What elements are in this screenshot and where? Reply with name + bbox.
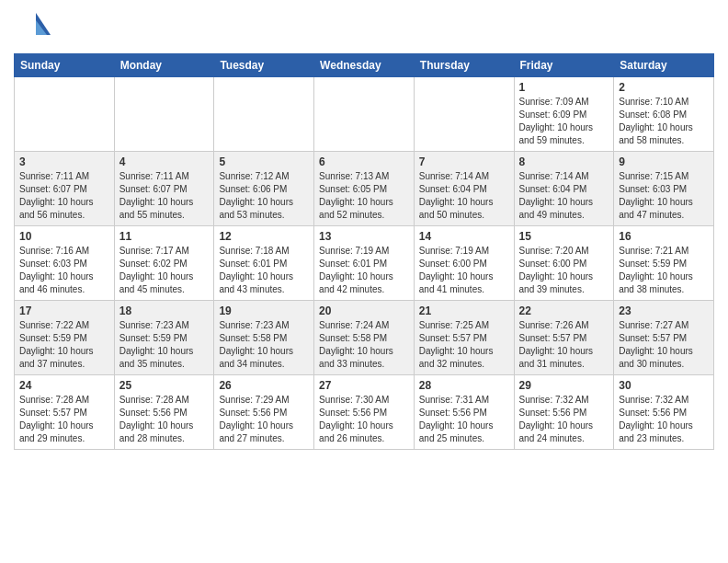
day-number: 22	[519, 304, 609, 317]
calendar-cell: 19Sunrise: 7:23 AM Sunset: 5:58 PM Dayli…	[214, 301, 314, 375]
day-info: Sunrise: 7:32 AM Sunset: 5:56 PM Dayligh…	[519, 394, 609, 445]
calendar-cell: 13Sunrise: 7:19 AM Sunset: 6:01 PM Dayli…	[314, 226, 415, 301]
header	[14, 9, 714, 46]
day-info: Sunrise: 7:28 AM Sunset: 5:56 PM Dayligh…	[119, 394, 210, 445]
calendar-cell: 17Sunrise: 7:22 AM Sunset: 5:59 PM Dayli…	[15, 301, 115, 375]
calendar-cell: 11Sunrise: 7:17 AM Sunset: 6:02 PM Dayli…	[114, 226, 214, 301]
calendar-cell: 27Sunrise: 7:30 AM Sunset: 5:56 PM Dayli…	[314, 375, 415, 450]
day-info: Sunrise: 7:19 AM Sunset: 6:01 PM Dayligh…	[319, 245, 409, 296]
calendar-cell: 6Sunrise: 7:13 AM Sunset: 6:05 PM Daylig…	[314, 152, 415, 226]
days-header-row: SundayMondayTuesdayWednesdayThursdayFrid…	[15, 54, 714, 77]
day-info: Sunrise: 7:18 AM Sunset: 6:01 PM Dayligh…	[219, 245, 309, 296]
day-number: 3	[19, 155, 109, 168]
day-info: Sunrise: 7:13 AM Sunset: 6:05 PM Dayligh…	[319, 170, 409, 222]
calendar-cell: 2Sunrise: 7:10 AM Sunset: 6:08 PM Daylig…	[614, 77, 714, 152]
calendar-cell: 24Sunrise: 7:28 AM Sunset: 5:57 PM Dayli…	[15, 375, 115, 450]
day-info: Sunrise: 7:20 AM Sunset: 6:00 PM Dayligh…	[519, 245, 609, 296]
day-header-tuesday: Tuesday	[214, 54, 314, 77]
day-info: Sunrise: 7:15 AM Sunset: 6:03 PM Dayligh…	[619, 170, 709, 222]
day-info: Sunrise: 7:22 AM Sunset: 5:59 PM Dayligh…	[19, 319, 109, 371]
calendar-cell: 29Sunrise: 7:32 AM Sunset: 5:56 PM Dayli…	[514, 375, 614, 450]
calendar-cell: 15Sunrise: 7:20 AM Sunset: 6:00 PM Dayli…	[514, 226, 614, 301]
logo-icon	[14, 9, 51, 46]
day-number: 13	[319, 230, 409, 243]
calendar-cell: 5Sunrise: 7:12 AM Sunset: 6:06 PM Daylig…	[214, 152, 314, 226]
day-number: 4	[119, 155, 210, 168]
day-info: Sunrise: 7:31 AM Sunset: 5:56 PM Dayligh…	[419, 394, 509, 445]
day-number: 6	[319, 155, 409, 168]
day-number: 24	[19, 379, 109, 392]
day-info: Sunrise: 7:30 AM Sunset: 5:56 PM Dayligh…	[319, 394, 409, 445]
day-number: 25	[119, 379, 210, 392]
day-number: 27	[319, 379, 409, 392]
calendar-cell: 20Sunrise: 7:24 AM Sunset: 5:58 PM Dayli…	[314, 301, 415, 375]
day-number: 26	[219, 379, 309, 392]
day-info: Sunrise: 7:23 AM Sunset: 5:58 PM Dayligh…	[219, 319, 309, 371]
day-number: 5	[219, 155, 309, 168]
calendar-cell: 14Sunrise: 7:19 AM Sunset: 6:00 PM Dayli…	[414, 226, 514, 301]
calendar-cell	[15, 77, 115, 152]
day-info: Sunrise: 7:16 AM Sunset: 6:03 PM Dayligh…	[19, 245, 109, 296]
day-header-sunday: Sunday	[15, 54, 115, 77]
day-info: Sunrise: 7:09 AM Sunset: 6:09 PM Dayligh…	[519, 96, 609, 147]
calendar-cell	[214, 77, 314, 152]
day-info: Sunrise: 7:29 AM Sunset: 5:56 PM Dayligh…	[219, 394, 309, 445]
day-info: Sunrise: 7:17 AM Sunset: 6:02 PM Dayligh…	[119, 245, 210, 296]
day-number: 1	[519, 81, 609, 94]
day-info: Sunrise: 7:12 AM Sunset: 6:06 PM Dayligh…	[219, 170, 309, 222]
day-header-thursday: Thursday	[414, 54, 514, 77]
day-info: Sunrise: 7:14 AM Sunset: 6:04 PM Dayligh…	[519, 170, 609, 222]
day-number: 12	[219, 230, 309, 243]
logo-area	[14, 9, 54, 46]
calendar-cell	[314, 77, 415, 152]
day-number: 7	[419, 155, 509, 168]
day-number: 10	[19, 230, 109, 243]
calendar-cell: 23Sunrise: 7:27 AM Sunset: 5:57 PM Dayli…	[614, 301, 714, 375]
day-number: 28	[419, 379, 509, 392]
calendar-cell: 4Sunrise: 7:11 AM Sunset: 6:07 PM Daylig…	[114, 152, 214, 226]
calendar-week-2: 3Sunrise: 7:11 AM Sunset: 6:07 PM Daylig…	[15, 152, 714, 226]
day-number: 19	[219, 304, 309, 317]
calendar-cell: 30Sunrise: 7:32 AM Sunset: 5:56 PM Dayli…	[614, 375, 714, 450]
day-info: Sunrise: 7:24 AM Sunset: 5:58 PM Dayligh…	[319, 319, 409, 371]
calendar-cell: 7Sunrise: 7:14 AM Sunset: 6:04 PM Daylig…	[414, 152, 514, 226]
svg-rect-3	[14, 9, 34, 44]
day-number: 8	[519, 155, 609, 168]
day-info: Sunrise: 7:23 AM Sunset: 5:59 PM Dayligh…	[119, 319, 210, 371]
calendar-cell: 12Sunrise: 7:18 AM Sunset: 6:01 PM Dayli…	[214, 226, 314, 301]
calendar-week-3: 10Sunrise: 7:16 AM Sunset: 6:03 PM Dayli…	[15, 226, 714, 301]
day-info: Sunrise: 7:21 AM Sunset: 5:59 PM Dayligh…	[619, 245, 709, 296]
day-info: Sunrise: 7:28 AM Sunset: 5:57 PM Dayligh…	[19, 394, 109, 445]
day-number: 17	[19, 304, 109, 317]
day-number: 15	[519, 230, 609, 243]
day-info: Sunrise: 7:11 AM Sunset: 6:07 PM Dayligh…	[19, 170, 109, 222]
day-number: 16	[619, 230, 709, 243]
day-number: 29	[519, 379, 609, 392]
calendar-week-4: 17Sunrise: 7:22 AM Sunset: 5:59 PM Dayli…	[15, 301, 714, 375]
calendar-cell: 16Sunrise: 7:21 AM Sunset: 5:59 PM Dayli…	[614, 226, 714, 301]
day-number: 23	[619, 304, 709, 317]
day-info: Sunrise: 7:19 AM Sunset: 6:00 PM Dayligh…	[419, 245, 509, 296]
day-number: 21	[419, 304, 509, 317]
calendar-cell: 22Sunrise: 7:26 AM Sunset: 5:57 PM Dayli…	[514, 301, 614, 375]
calendar-week-5: 24Sunrise: 7:28 AM Sunset: 5:57 PM Dayli…	[15, 375, 714, 450]
calendar-cell: 18Sunrise: 7:23 AM Sunset: 5:59 PM Dayli…	[114, 301, 214, 375]
day-number: 18	[119, 304, 210, 317]
day-number: 14	[419, 230, 509, 243]
day-header-monday: Monday	[114, 54, 214, 77]
day-info: Sunrise: 7:26 AM Sunset: 5:57 PM Dayligh…	[519, 319, 609, 371]
calendar-cell: 25Sunrise: 7:28 AM Sunset: 5:56 PM Dayli…	[114, 375, 214, 450]
calendar-cell: 1Sunrise: 7:09 AM Sunset: 6:09 PM Daylig…	[514, 77, 614, 152]
day-info: Sunrise: 7:25 AM Sunset: 5:57 PM Dayligh…	[419, 319, 509, 371]
day-info: Sunrise: 7:27 AM Sunset: 5:57 PM Dayligh…	[619, 319, 709, 371]
calendar-cell: 9Sunrise: 7:15 AM Sunset: 6:03 PM Daylig…	[614, 152, 714, 226]
calendar-week-1: 1Sunrise: 7:09 AM Sunset: 6:09 PM Daylig…	[15, 77, 714, 152]
day-number: 30	[619, 379, 709, 392]
day-info: Sunrise: 7:14 AM Sunset: 6:04 PM Dayligh…	[419, 170, 509, 222]
calendar-cell: 8Sunrise: 7:14 AM Sunset: 6:04 PM Daylig…	[514, 152, 614, 226]
day-header-wednesday: Wednesday	[314, 54, 415, 77]
day-number: 11	[119, 230, 210, 243]
day-info: Sunrise: 7:32 AM Sunset: 5:56 PM Dayligh…	[619, 394, 709, 445]
calendar: SundayMondayTuesdayWednesdayThursdayFrid…	[14, 53, 714, 450]
calendar-cell: 28Sunrise: 7:31 AM Sunset: 5:56 PM Dayli…	[414, 375, 514, 450]
